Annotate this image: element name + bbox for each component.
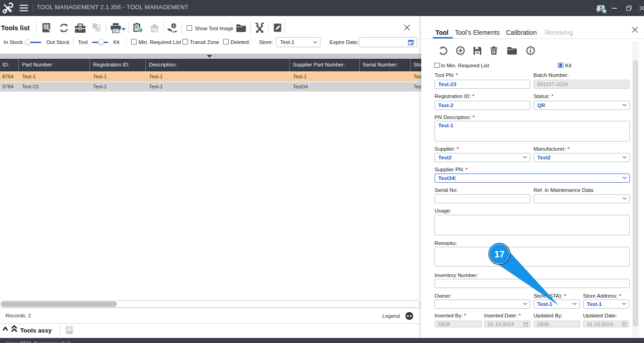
- svg-text:17: 17: [494, 249, 504, 259]
